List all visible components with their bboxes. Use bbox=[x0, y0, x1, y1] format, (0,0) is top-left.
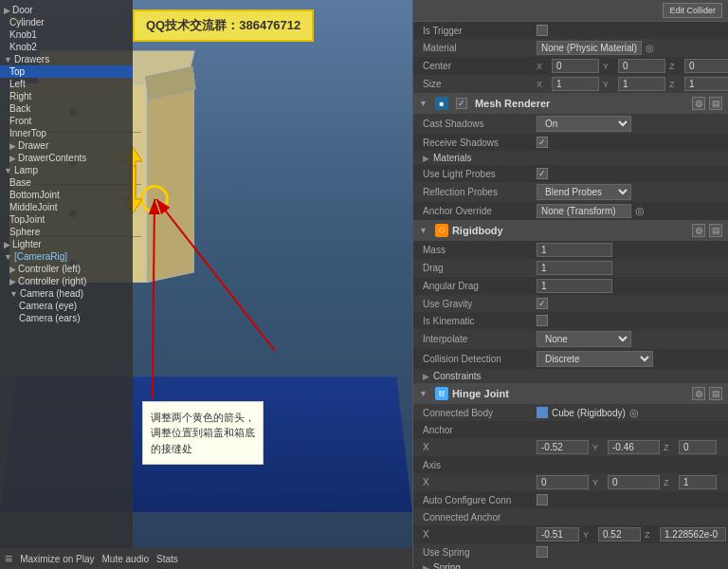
hierarchy-item-back[interactable]: Back bbox=[0, 102, 133, 115]
axis-xyz: Y Z bbox=[537, 475, 717, 489]
stats-btn[interactable]: Stats bbox=[156, 554, 178, 564]
mesh-renderer-header[interactable]: ▼ ■ ✓ Mesh Renderer ⚙ ▤ bbox=[413, 93, 728, 114]
collision-detection-label: Collision Detection bbox=[423, 354, 537, 364]
center-z-input[interactable] bbox=[684, 59, 728, 73]
interpolate-row: Interpolate NoneInterpolateExtrapolate bbox=[413, 329, 728, 349]
size-x-input[interactable] bbox=[552, 77, 599, 91]
annotation-box: 调整两个黄色的箭头，调整位置到箱盖和箱底的接缝处 bbox=[142, 401, 264, 466]
use-light-probes-label: Use Light Probes bbox=[423, 169, 537, 179]
mesh-renderer-menu[interactable]: ▤ bbox=[709, 97, 722, 110]
hierarchy-item-left[interactable]: Left bbox=[0, 78, 133, 90]
cast-shadows-dropdown[interactable]: OnOffTwo Sided bbox=[537, 116, 631, 132]
hierarchy-item-innertop[interactable]: InnerTop bbox=[0, 127, 133, 139]
hierarchy-item-controller-left[interactable]: ▶Controller (left) bbox=[0, 263, 133, 275]
center-y-input[interactable] bbox=[618, 59, 665, 73]
cast-shadows-row: Cast Shadows OnOffTwo Sided bbox=[413, 114, 728, 134]
hierarchy-item-camera-head[interactable]: ▼Camera (head) bbox=[0, 287, 133, 300]
material-label: Material bbox=[423, 43, 537, 53]
hierarchy-item-lighter[interactable]: ▶Lighter bbox=[0, 238, 133, 250]
material-dropdown[interactable]: None (Physic Material) bbox=[537, 41, 642, 55]
hierarchy-item-front[interactable]: Front bbox=[0, 115, 133, 127]
hierarchy-item-camera-eye[interactable]: Camera (eye) bbox=[0, 300, 133, 312]
center-row: Center X Y Z bbox=[413, 57, 728, 75]
drag-input[interactable] bbox=[537, 261, 612, 275]
hierarchy-item-controller-right[interactable]: ▶Controller (right) bbox=[0, 275, 133, 287]
rigidbody-gear[interactable]: ⚙ bbox=[692, 224, 705, 237]
size-z-input[interactable] bbox=[684, 77, 728, 91]
hierarchy-item-lamp[interactable]: ▼Lamp bbox=[0, 164, 133, 176]
use-gravity-checkbox[interactable]: ✓ bbox=[537, 298, 548, 309]
hierarchy-item-camera-ears[interactable]: Camera (ears) bbox=[0, 312, 133, 324]
hierarchy-item-top[interactable]: Top bbox=[0, 65, 133, 78]
hinge-joint-menu[interactable]: ▤ bbox=[709, 387, 722, 400]
hierarchy-item-topjoint[interactable]: TopJoint bbox=[0, 213, 133, 226]
interpolate-dropdown[interactable]: NoneInterpolateExtrapolate bbox=[537, 331, 631, 347]
anchor-label-row: Anchor bbox=[413, 421, 728, 438]
hierarchy-item-base[interactable]: Base bbox=[0, 176, 133, 189]
toolbar-menu-icon[interactable]: ≡ bbox=[5, 551, 12, 566]
anchor-z-input[interactable] bbox=[679, 440, 717, 454]
reflection-probes-dropdown[interactable]: Blend ProbesOffSimple bbox=[537, 184, 631, 200]
use-light-probes-checkbox[interactable]: ✓ bbox=[537, 168, 548, 179]
anchor-pick-icon[interactable]: ◎ bbox=[635, 205, 645, 217]
conn-anchor-z-input[interactable] bbox=[660, 527, 726, 541]
connected-body-pick-icon[interactable]: ◎ bbox=[629, 407, 639, 419]
materials-expand: ▶ bbox=[423, 154, 429, 163]
hierarchy-item-middlejoint[interactable]: MiddleJoint bbox=[0, 201, 133, 213]
edit-collider-button[interactable]: Edit Collider bbox=[663, 3, 722, 18]
hierarchy-item-knob1[interactable]: Knob1 bbox=[0, 28, 133, 41]
receive-shadows-checkbox[interactable]: ✓ bbox=[537, 137, 548, 148]
rigidbody-menu[interactable]: ▤ bbox=[709, 224, 722, 237]
mass-input[interactable] bbox=[537, 243, 612, 257]
hierarchy-item-bottomjoint[interactable]: BottomJoint bbox=[0, 189, 133, 201]
is-kinematic-checkbox[interactable]: □ bbox=[537, 315, 548, 326]
hinge-joint-header[interactable]: ▼ ⛓ Hinge Joint ⚙ ▤ bbox=[413, 383, 728, 404]
axis-label: Axis bbox=[423, 460, 537, 470]
anchor-x-input[interactable] bbox=[537, 440, 589, 454]
use-gravity-label: Use Gravity bbox=[423, 299, 537, 309]
spring-subsection[interactable]: ▶ Spring bbox=[413, 560, 728, 569]
use-spring-checkbox[interactable]: □ bbox=[537, 546, 548, 558]
mesh-renderer-gear[interactable]: ⚙ bbox=[692, 97, 705, 110]
hinge-joint-gear[interactable]: ⚙ bbox=[692, 387, 705, 400]
hierarchy-item-door[interactable]: ▶Door bbox=[0, 4, 133, 16]
box-side-face bbox=[147, 73, 194, 283]
mesh-renderer-enable[interactable]: ✓ bbox=[456, 98, 467, 109]
anchor-z-label: Z bbox=[664, 443, 675, 452]
hierarchy-item-drawercontents[interactable]: ▶DrawerContents bbox=[0, 152, 133, 164]
connected-body-text: Cube (Rigidbody) bbox=[552, 408, 626, 418]
hierarchy-item-drawer[interactable]: ▶Drawer bbox=[0, 139, 133, 152]
rigidbody-header[interactable]: ▼ ⬡ Rigidbody ⚙ ▤ bbox=[413, 220, 728, 241]
material-pick-icon[interactable]: ◎ bbox=[646, 43, 654, 53]
size-y-input[interactable] bbox=[618, 77, 665, 91]
rigidbody-expand: ▼ bbox=[419, 226, 428, 235]
center-x-input[interactable] bbox=[552, 59, 599, 73]
hierarchy-item-knob2[interactable]: Knob2 bbox=[0, 41, 133, 53]
y-label: Y bbox=[603, 62, 614, 71]
auto-configure-checkbox[interactable]: □ bbox=[537, 494, 548, 505]
hierarchy-item-right[interactable]: Right bbox=[0, 90, 133, 102]
axis-y-input[interactable] bbox=[608, 475, 660, 489]
auto-configure-label: Auto Configure Conn bbox=[423, 495, 537, 505]
size-x-label: X bbox=[537, 80, 548, 89]
maximize-on-play[interactable]: Maximize on Play bbox=[20, 554, 94, 564]
angular-drag-input[interactable] bbox=[537, 279, 612, 293]
axis-z-input[interactable] bbox=[679, 475, 717, 489]
hierarchy-item-drawers[interactable]: ▼Drawers bbox=[0, 53, 133, 65]
collision-detection-dropdown[interactable]: DiscreteContinuousContinuous Dynamic bbox=[537, 351, 653, 367]
is-kinematic-row: Is Kinematic □ bbox=[413, 312, 728, 329]
is-trigger-checkbox[interactable]: □ bbox=[537, 25, 548, 36]
interpolate-label: Interpolate bbox=[423, 334, 537, 344]
hierarchy-item-cylinder[interactable]: Cylinder bbox=[0, 16, 133, 28]
materials-subsection[interactable]: ▶ Materials bbox=[413, 151, 728, 165]
axis-x-input[interactable] bbox=[537, 475, 589, 489]
mute-audio[interactable]: Mute audio bbox=[102, 554, 149, 564]
hierarchy-item-sphere[interactable]: Sphere bbox=[0, 226, 133, 238]
conn-anchor-y-input[interactable] bbox=[598, 527, 641, 541]
hierarchy-panel: ▶Door Cylinder Knob1 Knob2 ▼Drawers Top … bbox=[0, 0, 133, 569]
constraints-subsection[interactable]: ▶ Constraints bbox=[413, 369, 728, 383]
hierarchy-item-camerarig[interactable]: ▼[CameraRig] bbox=[0, 250, 133, 263]
anchor-override-value[interactable]: None (Transform) bbox=[537, 204, 631, 218]
anchor-y-input[interactable] bbox=[608, 440, 660, 454]
conn-anchor-x-input[interactable] bbox=[537, 527, 579, 541]
